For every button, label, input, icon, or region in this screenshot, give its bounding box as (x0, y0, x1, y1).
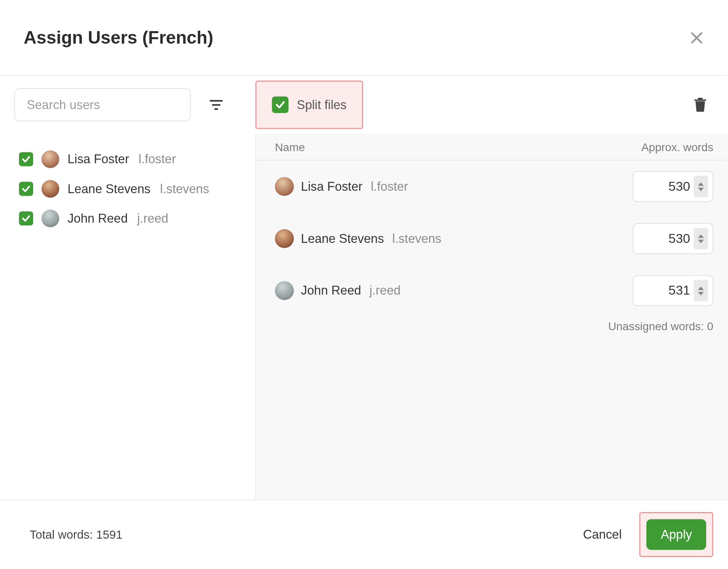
user-checkbox[interactable] (19, 182, 33, 196)
user-list-item[interactable]: Lisa Foster l.foster (19, 144, 255, 174)
split-files-toggle[interactable]: Split files (255, 80, 363, 129)
apply-button[interactable]: Apply (647, 519, 706, 550)
svg-rect-2 (210, 100, 223, 102)
user-name: John Reed (68, 211, 128, 225)
user-checkbox[interactable] (19, 152, 33, 166)
word-count-value: 530 (669, 179, 690, 194)
assigned-user-name: Lisa Foster (301, 179, 362, 194)
word-count-stepper[interactable]: 530 (633, 171, 713, 202)
close-icon (690, 30, 704, 44)
step-down-icon[interactable] (698, 291, 704, 295)
check-icon (21, 154, 31, 164)
avatar (275, 177, 294, 196)
step-up-icon[interactable] (698, 286, 704, 290)
user-handle: l.stevens (160, 182, 209, 196)
user-name: Leane Stevens (68, 182, 150, 196)
total-words-label: Total words: 1591 (30, 528, 123, 542)
user-name: Lisa Foster (68, 152, 129, 166)
assignment-row: Lisa Foster l.foster 530 (256, 160, 728, 213)
avatar (42, 180, 59, 198)
search-input[interactable] (14, 88, 191, 121)
assignment-row: John Reed j.reed 531 (256, 265, 728, 317)
check-icon (21, 214, 31, 223)
step-up-icon[interactable] (698, 182, 704, 185)
close-button[interactable] (690, 30, 704, 44)
assigned-user-handle: j.reed (369, 284, 400, 298)
svg-rect-3 (212, 104, 220, 106)
step-up-icon[interactable] (698, 234, 704, 238)
svg-rect-6 (698, 98, 703, 99)
delete-button[interactable] (694, 98, 706, 112)
step-down-icon[interactable] (698, 188, 704, 191)
assigned-user-handle: l.stevens (392, 232, 441, 246)
unassigned-words-label: Unassigned words: 0 (256, 317, 728, 333)
assigned-user-handle: l.foster (371, 179, 408, 194)
svg-rect-4 (214, 108, 218, 110)
filter-icon (210, 99, 223, 110)
avatar (42, 150, 59, 168)
avatar (275, 281, 294, 300)
cancel-button[interactable]: Cancel (580, 527, 625, 542)
word-count-stepper[interactable]: 531 (633, 275, 713, 306)
user-list: Lisa Foster l.foster Leane Stevens l.ste… (0, 134, 256, 499)
word-count-value: 531 (669, 283, 690, 298)
dialog-title: Assign Users (French) (24, 27, 214, 48)
user-handle: j.reed (137, 211, 168, 225)
assigned-user-name: John Reed (301, 284, 361, 298)
split-files-label: Split files (297, 98, 347, 112)
trash-icon (694, 98, 706, 112)
check-icon (21, 184, 31, 194)
col-words: Approx. words (641, 141, 713, 154)
check-icon (275, 99, 286, 110)
apply-highlight: Apply (639, 512, 713, 557)
col-name: Name (275, 141, 305, 154)
step-down-icon[interactable] (698, 240, 704, 243)
avatar (275, 229, 294, 248)
word-count-stepper[interactable]: 530 (633, 223, 713, 254)
user-handle: l.foster (139, 152, 176, 166)
filter-button[interactable] (210, 99, 223, 110)
user-list-item[interactable]: Leane Stevens l.stevens (19, 174, 255, 204)
word-count-value: 530 (669, 231, 690, 246)
split-files-checkbox[interactable] (272, 97, 288, 113)
avatar (42, 210, 59, 228)
user-checkbox[interactable] (19, 211, 33, 225)
assigned-user-name: Leane Stevens (301, 232, 384, 246)
svg-rect-5 (694, 99, 706, 101)
assignment-row: Leane Stevens l.stevens 530 (256, 213, 728, 265)
table-header: Name Approx. words (256, 134, 728, 160)
user-list-item[interactable]: John Reed j.reed (19, 204, 255, 233)
